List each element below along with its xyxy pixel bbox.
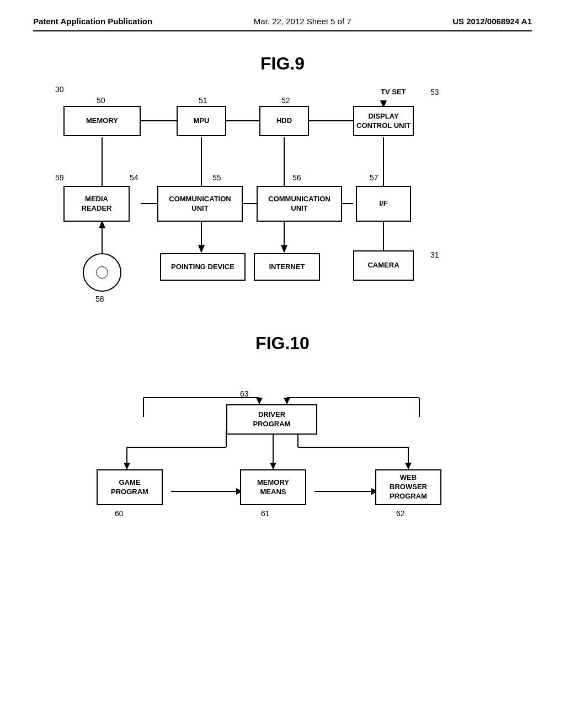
fig10-svg: [77, 365, 508, 552]
box-internet: INTERNET: [254, 253, 320, 281]
box-if: I/F: [356, 186, 411, 222]
header: Patent Application Publication Mar. 22, …: [33, 17, 532, 31]
box-hdd: HDD: [259, 106, 309, 136]
box-memory-means: MEMORY MEANS: [240, 469, 306, 505]
box-game: GAME PROGRAM: [97, 469, 163, 505]
header-left: Patent Application Publication: [33, 17, 152, 26]
box-media-reader: MEDIA READER: [63, 186, 130, 222]
label-55: 55: [212, 173, 221, 182]
label-31: 31: [430, 250, 439, 259]
label-58: 58: [95, 295, 104, 303]
label-56: 56: [292, 173, 301, 182]
svg-marker-37: [405, 463, 412, 469]
box-display: DISPLAY CONTROL UNIT: [353, 106, 414, 136]
tvset-label: TV SET: [381, 88, 406, 96]
svg-marker-33: [270, 463, 276, 469]
label-54: 54: [130, 173, 138, 182]
box-comm2: COMMUNICATION UNIT: [257, 186, 342, 222]
fig9-diagram: 30 TV SET 53 50 51 52 MEMORY MPU HDD DIS…: [55, 85, 530, 300]
header-right: US 2012/0068924 A1: [452, 17, 532, 26]
box-driver: DRIVER PROGRAM: [226, 404, 317, 435]
svg-marker-27: [284, 398, 290, 404]
label-60: 60: [115, 509, 124, 518]
svg-marker-23: [256, 398, 263, 404]
label-52: 52: [281, 96, 290, 105]
svg-marker-14: [198, 245, 205, 253]
box-web: WEB BROWSER PROGRAM: [375, 469, 441, 505]
svg-marker-16: [281, 245, 287, 253]
media-disk-inner: [96, 266, 108, 279]
label-63: 63: [240, 389, 249, 398]
svg-marker-31: [124, 463, 130, 469]
label-51: 51: [199, 96, 207, 105]
fig10-diagram: 63 DRIVER PROGRAM GAME PROGRAM MEMORY ME…: [77, 365, 508, 552]
box-camera: CAMERA: [353, 250, 414, 281]
label-59: 59: [55, 173, 64, 182]
header-center: Mar. 22, 2012 Sheet 5 of 7: [254, 17, 351, 26]
fig9-title: FIG.9: [33, 53, 532, 74]
label-61: 61: [261, 509, 270, 518]
label-30: 30: [55, 85, 64, 94]
label-62: 62: [396, 509, 405, 518]
label-53: 53: [430, 88, 439, 97]
box-mpu: MPU: [177, 106, 226, 136]
box-memory: MEMORY: [63, 106, 141, 136]
label-50: 50: [97, 96, 105, 105]
fig10-title: FIG.10: [33, 333, 532, 354]
box-comm1: COMMUNICATION UNIT: [157, 186, 243, 222]
page: Patent Application Publication Mar. 22, …: [0, 0, 565, 728]
label-57: 57: [370, 173, 379, 182]
box-pointing: POINTING DEVICE: [160, 253, 246, 281]
